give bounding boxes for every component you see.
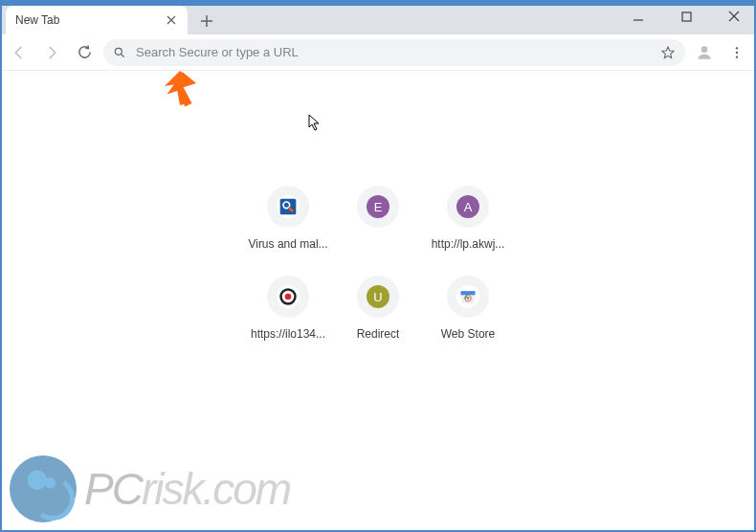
back-button[interactable] [6, 39, 33, 66]
reload-button[interactable] [71, 39, 98, 66]
pointer-arrow-annotation [159, 69, 197, 107]
minimize-button[interactable] [624, 10, 653, 25]
svg-point-5 [736, 55, 738, 57]
shortcut-icon: U [357, 276, 399, 318]
shortcut-label: Redirect [357, 327, 400, 341]
shortcut-icon [267, 276, 309, 318]
shortcut-tile[interactable]: E [335, 186, 421, 251]
new-tab-button[interactable] [193, 8, 220, 34]
shortcut-icon [267, 186, 309, 228]
toolbar [0, 34, 756, 71]
forward-button[interactable] [38, 39, 65, 66]
svg-rect-0 [682, 12, 691, 21]
svg-point-9 [285, 294, 292, 300]
shortcut-tile[interactable]: Virus and mal... [245, 186, 331, 251]
close-window-button[interactable] [720, 10, 748, 25]
pcrisk-watermark-text: PCrisk.com [84, 463, 290, 515]
svg-point-3 [736, 47, 738, 49]
shortcut-icon [447, 276, 489, 318]
bookmark-star-icon[interactable] [660, 45, 676, 60]
shortcut-tile[interactable]: U Redirect [335, 276, 421, 341]
svg-rect-6 [280, 199, 297, 215]
svg-point-13 [467, 297, 470, 299]
svg-rect-10 [461, 291, 476, 295]
shortcut-tile[interactable]: https://ilo134... [245, 276, 331, 341]
shortcut-label: Virus and mal... [248, 237, 327, 251]
maximize-button[interactable] [672, 10, 700, 25]
address-bar[interactable] [103, 39, 685, 66]
svg-point-4 [736, 51, 738, 53]
svg-point-1 [115, 48, 122, 55]
shortcut-label: https://ilo134... [251, 327, 325, 341]
shortcut-tile[interactable]: A http://lp.akwj... [425, 186, 511, 251]
pcrisk-logo-icon [10, 455, 77, 522]
profile-button[interactable] [691, 39, 718, 66]
shortcut-label: Web Store [441, 327, 495, 341]
shortcut-icon: A [447, 186, 489, 228]
window-controls [624, 0, 748, 34]
shortcut-icon: E [357, 186, 399, 228]
shortcuts-grid: Virus and mal... E A http://lp.akwj... h… [245, 186, 511, 341]
search-icon [113, 46, 126, 59]
browser-tab[interactable]: New Tab [6, 6, 188, 34]
pcrisk-watermark: PCrisk.com [10, 455, 290, 522]
kebab-menu-button[interactable] [723, 39, 750, 66]
address-input[interactable] [136, 45, 651, 59]
shortcut-label: http://lp.akwj... [432, 237, 505, 251]
shortcut-tile[interactable]: Web Store [425, 276, 511, 341]
tab-strip: New Tab [0, 0, 756, 34]
tab-title: New Tab [15, 13, 59, 27]
svg-point-2 [701, 46, 708, 53]
close-tab-icon[interactable] [165, 13, 178, 27]
mouse-cursor-icon [308, 114, 322, 135]
